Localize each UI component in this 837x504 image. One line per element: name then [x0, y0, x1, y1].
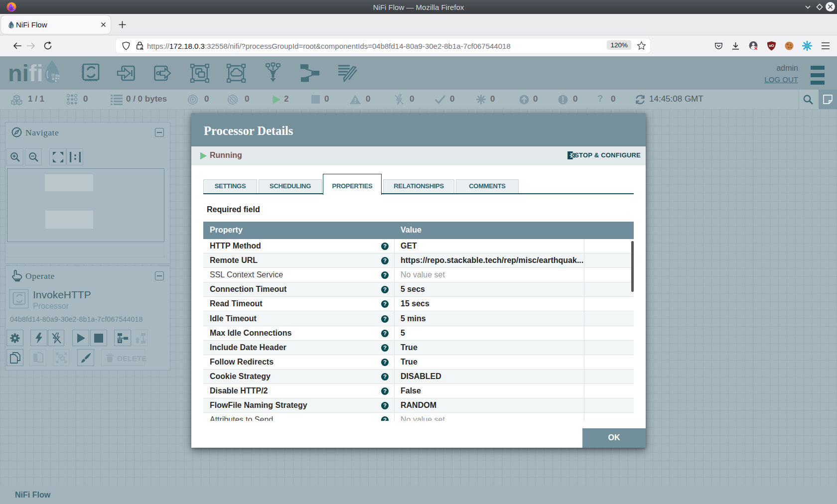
svg-text:uO: uO — [769, 43, 774, 48]
